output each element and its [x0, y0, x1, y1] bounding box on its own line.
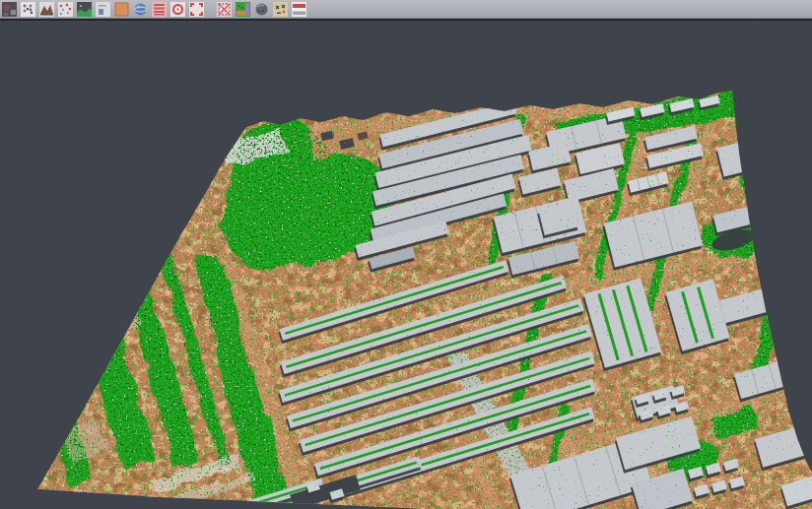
terrain-model-icon[interactable] — [39, 2, 54, 17]
sparse-points-icon[interactable] — [58, 2, 73, 17]
profile-icon[interactable] — [96, 2, 110, 17]
ortho-image-icon[interactable] — [114, 2, 129, 17]
3d-viewport[interactable] — [0, 21, 812, 509]
legend-stripes-icon[interactable] — [292, 2, 306, 17]
center-target-icon[interactable] — [170, 2, 185, 17]
classification-view-icon[interactable] — [236, 2, 250, 17]
point-classes-icon[interactable] — [21, 2, 35, 17]
tile-grid-icon[interactable] — [217, 2, 232, 17]
waypoint-flags-icon[interactable] — [273, 2, 288, 17]
app-window: { "toolbar": { "background": "#a9abb3", … — [0, 0, 812, 509]
sphere-view-icon[interactable] — [254, 2, 269, 17]
point-cloud-scene — [0, 21, 812, 509]
zoom-extent-icon[interactable] — [189, 2, 204, 17]
main-toolbar — [0, 0, 812, 19]
color-ramp-icon[interactable] — [152, 2, 167, 17]
shaded-relief-icon[interactable] — [2, 2, 17, 17]
tin-surface-icon[interactable] — [77, 2, 92, 17]
globe-icon[interactable] — [133, 2, 148, 17]
